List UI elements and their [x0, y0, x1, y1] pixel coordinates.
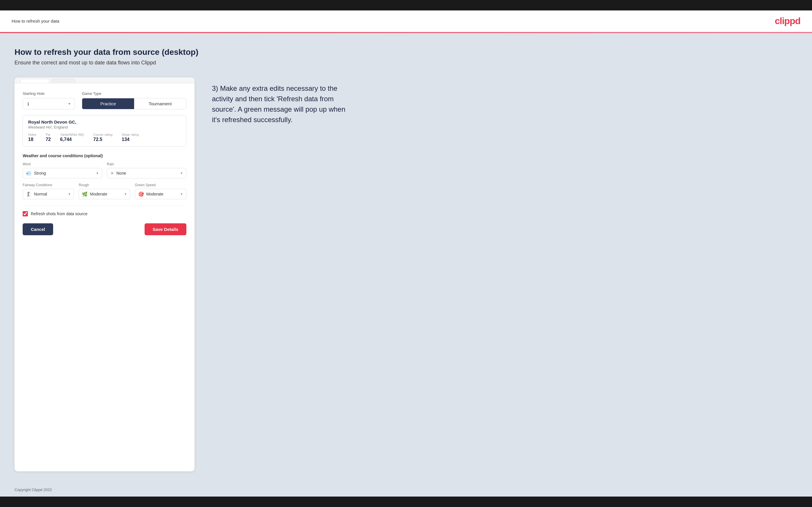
green-speed-select[interactable]: Moderate: [144, 189, 186, 199]
starting-hole-row: Starting Hole 1 ▼ Game Type Practice T: [22, 91, 186, 109]
instructions-panel: 3) Make any extra edits necessary to the…: [206, 77, 798, 471]
slope-rating-stat: Slope rating 134: [122, 133, 139, 142]
copyright-text: Copyright Clippd 2022: [14, 488, 52, 492]
refresh-checkbox[interactable]: [22, 211, 28, 216]
wind-select[interactable]: Strong: [32, 168, 102, 178]
rain-select-wrapper[interactable]: ☀ None ▼: [107, 168, 186, 178]
par-stat: Par 72: [46, 133, 51, 142]
yards-stat: Yards/White (M)) 6,744: [60, 133, 84, 142]
fairway-group: Fairway Conditions 🏌 Normal ▼: [22, 183, 74, 199]
form-panel: Starting Hole 1 ▼ Game Type Practice T: [14, 77, 195, 471]
wind-select-wrapper[interactable]: 💨 Strong ▼: [22, 168, 102, 178]
yards-label: Yards/White (M)): [60, 133, 84, 136]
yards-value: 6,744: [60, 137, 84, 142]
starting-hole-label: Starting Hole: [22, 91, 75, 96]
page-subtitle: Ensure the correct and most up to date d…: [14, 60, 798, 66]
wind-label: Wind: [22, 162, 102, 166]
tournament-button[interactable]: Tournament: [134, 98, 186, 109]
rain-group: Rain ☀ None ▼: [107, 162, 186, 178]
form-tab-area: [14, 77, 195, 83]
content-area: Starting Hole 1 ▼ Game Type Practice T: [14, 77, 798, 471]
rough-label: Rough: [79, 183, 130, 187]
cancel-button[interactable]: Cancel: [22, 223, 53, 235]
rough-icon: 🌿: [79, 191, 88, 197]
refresh-label[interactable]: Refresh shots from data source: [31, 212, 87, 216]
rain-select[interactable]: None: [114, 168, 186, 178]
holes-value: 18: [28, 137, 36, 142]
course-rating-value: 72.5: [93, 137, 112, 142]
clippd-logo: clippd: [775, 16, 800, 26]
header-title: How to refresh your data: [12, 18, 59, 23]
wind-rain-row: Wind 💨 Strong ▼ Rain ☀: [22, 162, 186, 178]
game-type-group: Game Type Practice Tournament: [82, 91, 186, 109]
rough-select[interactable]: Moderate: [88, 189, 130, 199]
fairway-icon: 🏌: [23, 191, 32, 197]
green-speed-icon: 🎯: [135, 191, 144, 197]
form-tab-2: [52, 79, 75, 83]
course-rating-label: Course rating: [93, 133, 112, 136]
page-heading: How to refresh your data from source (de…: [14, 48, 798, 57]
slope-rating-value: 134: [122, 137, 139, 142]
footer: Copyright Clippd 2022: [0, 483, 812, 497]
slope-rating-label: Slope rating: [122, 133, 139, 136]
green-speed-label: Green Speed: [135, 183, 186, 187]
green-speed-select-wrapper[interactable]: 🎯 Moderate ▼: [135, 189, 186, 199]
course-name: Royal North Devon GC,: [28, 119, 181, 124]
fairway-label: Fairway Conditions: [22, 183, 74, 187]
refresh-checkbox-row: Refresh shots from data source: [22, 211, 186, 216]
fairway-rough-green-row: Fairway Conditions 🏌 Normal ▼ Rough 🌿: [22, 183, 186, 199]
starting-hole-select-wrapper[interactable]: 1 ▼: [22, 98, 75, 109]
rough-group: Rough 🌿 Moderate ▼: [79, 183, 130, 199]
save-button[interactable]: Save Details: [145, 223, 186, 235]
instructions-text: 3) Make any extra edits necessary to the…: [212, 83, 351, 125]
course-rating-stat: Course rating 72.5: [93, 133, 112, 142]
rough-select-wrapper[interactable]: 🌿 Moderate ▼: [79, 189, 130, 199]
fairway-select-wrapper[interactable]: 🏌 Normal ▼: [22, 189, 74, 199]
game-type-buttons: Practice Tournament: [82, 98, 186, 109]
course-stats: Holes 18 Par 72 Yards/White (M)) 6,744: [28, 133, 181, 142]
wind-group: Wind 💨 Strong ▼: [22, 162, 102, 178]
form-panel-inner: Starting Hole 1 ▼ Game Type Practice T: [14, 83, 195, 243]
par-value: 72: [46, 137, 51, 142]
bottom-bar: [0, 497, 812, 507]
fairway-select[interactable]: Normal: [32, 189, 74, 199]
game-type-label: Game Type: [82, 91, 186, 96]
top-bar: [0, 0, 812, 10]
practice-button[interactable]: Practice: [82, 98, 134, 109]
course-info-box: Royal North Devon GC, Westward Ho!, Engl…: [22, 115, 186, 147]
green-speed-group: Green Speed 🎯 Moderate ▼: [135, 183, 186, 199]
rain-label: Rain: [107, 162, 186, 166]
rain-icon: ☀: [107, 171, 114, 176]
holes-stat: Holes 18: [28, 133, 36, 142]
course-location: Westward Ho!, England: [28, 125, 181, 129]
starting-hole-group: Starting Hole 1 ▼: [22, 91, 75, 109]
par-label: Par: [46, 133, 51, 136]
holes-label: Holes: [28, 133, 36, 136]
main-content: How to refresh your data from source (de…: [0, 33, 812, 483]
starting-hole-select[interactable]: 1: [23, 98, 74, 109]
wind-icon: 💨: [23, 171, 32, 176]
form-tab-1: [20, 79, 49, 83]
header: How to refresh your data clippd: [0, 10, 812, 32]
weather-section-heading: Weather and course conditions (optional): [22, 154, 186, 158]
form-actions: Cancel Save Details: [22, 223, 186, 235]
